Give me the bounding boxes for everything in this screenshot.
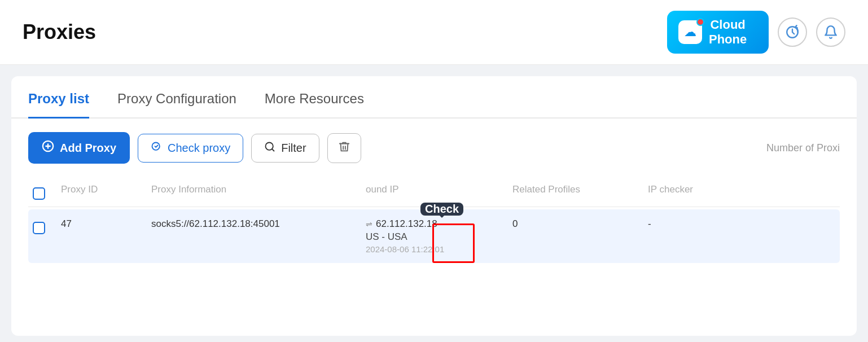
header-proxy-info: Proxy Information: [147, 184, 361, 200]
bound-ip-row: ⇌ 62.112.132.18: [366, 218, 503, 230]
country-value: US - USA: [366, 231, 503, 243]
svg-line-5: [272, 148, 274, 151]
number-of-proxies-label: Number of Proxi: [766, 142, 840, 154]
header-bound-ip: ound IP: [361, 184, 508, 200]
row-bound-ip-col: ⇌ 62.112.132.18 US - USA 2024-08-06 11:2…: [361, 218, 508, 254]
tab-proxy-list[interactable]: Proxy list: [28, 91, 89, 119]
cloud-phone-label: CloudPhone: [709, 17, 747, 47]
add-proxy-label: Add Proxy: [60, 142, 116, 155]
row-proxy-info: socks5://62.112.132.18:45001: [147, 218, 361, 230]
header-related-profiles: Related Profiles: [508, 184, 643, 200]
cloud-phone-button[interactable]: ☁ CloudPhone: [667, 11, 769, 54]
header-proxy-id: Proxy ID: [56, 184, 147, 200]
add-proxy-icon: [42, 140, 54, 156]
bound-ip-value: 62.112.132.18: [376, 218, 437, 230]
svg-point-3: [152, 142, 160, 150]
transfer-icon: ⇌: [366, 220, 372, 229]
check-proxy-label: Check proxy: [168, 142, 230, 155]
filter-button[interactable]: Filter: [251, 134, 319, 163]
delete-button[interactable]: [327, 133, 361, 163]
filter-icon: [264, 141, 275, 155]
table-row: Check 47 socks5://62.112.132.18:45001 ⇌ …: [28, 209, 840, 263]
check-proxy-button[interactable]: Check proxy: [138, 134, 243, 163]
notification-button[interactable]: [816, 17, 845, 47]
row-related-profiles: 0: [508, 218, 643, 230]
cloud-phone-icon: ☁: [678, 20, 702, 44]
row-checkbox-col: [28, 218, 56, 234]
toolbar: Add Proxy Check proxy Filter: [11, 119, 857, 177]
filter-label: Filter: [281, 142, 306, 155]
header-checkbox-col: [28, 184, 56, 200]
row-ip-checker: -: [643, 218, 745, 230]
check-tooltip: Check: [420, 203, 463, 216]
main-content: Proxy list Proxy Configuration More Reso…: [11, 76, 857, 336]
datetime-value: 2024-08-06 11:22:01: [366, 244, 503, 254]
check-proxy-icon: [151, 141, 162, 155]
proxy-table: Proxy ID Proxy Information ound IP Relat…: [11, 177, 857, 263]
add-proxy-button[interactable]: Add Proxy: [28, 132, 130, 164]
row-checkbox[interactable]: [33, 222, 45, 234]
row-proxy-id: 47: [56, 218, 147, 230]
page-title: Proxies: [23, 20, 96, 44]
delete-icon: [338, 141, 350, 156]
update-button[interactable]: [778, 17, 807, 47]
tab-proxy-configuration[interactable]: Proxy Configuration: [117, 91, 236, 119]
header-ip-checker: IP checker: [643, 184, 745, 200]
select-all-checkbox[interactable]: [33, 187, 45, 200]
tabs-bar: Proxy list Proxy Configuration More Reso…: [11, 76, 857, 119]
header: Proxies ☁ CloudPhone: [0, 0, 868, 65]
header-right: ☁ CloudPhone: [667, 11, 845, 54]
tab-more-resources[interactable]: More Resources: [265, 91, 364, 119]
